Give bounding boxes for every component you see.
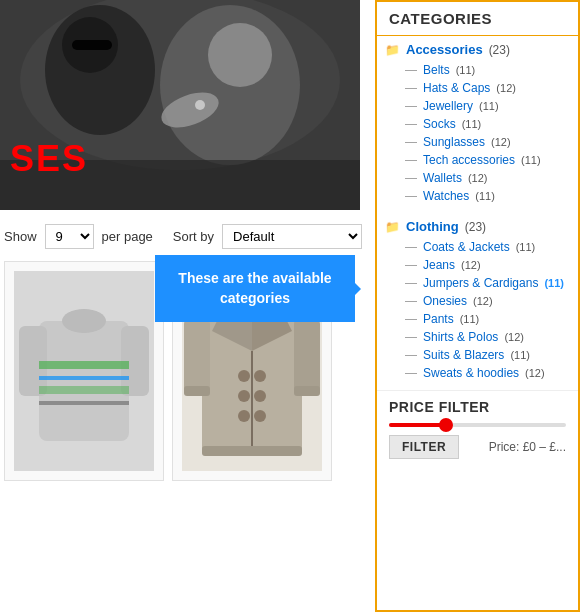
folder-icon-clothing: 📁 <box>385 220 400 234</box>
svg-rect-16 <box>39 376 129 380</box>
svg-rect-23 <box>184 316 210 396</box>
tooltip-text: These are the available categories <box>178 270 331 306</box>
svg-point-12 <box>62 309 106 333</box>
svg-rect-11 <box>39 321 129 441</box>
svg-rect-15 <box>39 361 129 369</box>
subcat-jewellery[interactable]: — Jewellery (11) <box>405 97 570 115</box>
categories-header: CATEGORIES <box>377 2 578 36</box>
subcat-shirts-polos[interactable]: — Shirts & Polos (12) <box>405 328 570 346</box>
svg-point-27 <box>238 410 250 422</box>
svg-rect-34 <box>294 386 320 396</box>
subcat-suits-blazers[interactable]: — Suits & Blazers (11) <box>405 346 570 364</box>
subcat-socks[interactable]: — Socks (11) <box>405 115 570 133</box>
accessories-count: (23) <box>489 43 510 57</box>
accessories-parent[interactable]: 📁 Accessories (23) <box>385 42 570 57</box>
filter-button[interactable]: FILTER <box>389 435 459 459</box>
price-range-text: Price: £0 – £... <box>489 440 566 454</box>
subcat-onesies[interactable]: — Onesies (12) <box>405 292 570 310</box>
per-page-select[interactable]: 9 18 27 <box>45 224 94 249</box>
svg-point-30 <box>254 410 266 422</box>
clothing-subcategories: — Coats & Jackets (11) — Jeans (12) — Ju… <box>385 238 570 382</box>
show-label: Show <box>4 229 37 244</box>
sort-label: Sort by <box>173 229 214 244</box>
clothing-parent[interactable]: 📁 Clothing (23) <box>385 219 570 234</box>
svg-point-29 <box>254 390 266 402</box>
folder-icon-accessories: 📁 <box>385 43 400 57</box>
subcat-hats[interactable]: — Hats & Caps (12) <box>405 79 570 97</box>
per-page-label: per page <box>102 229 153 244</box>
filter-row: FILTER Price: £0 – £... <box>389 435 566 459</box>
clothing-count: (23) <box>465 220 486 234</box>
subcat-jumpers-cardigans[interactable]: — Jumpers & Cardigans (11) <box>405 274 570 292</box>
svg-rect-33 <box>184 386 210 396</box>
subcat-sunglasses[interactable]: — Sunglasses (12) <box>405 133 570 151</box>
main-layout: SES These are the available categories S… <box>0 0 580 612</box>
controls-row: Show 9 18 27 per page Sort by Default Pr… <box>0 216 375 257</box>
price-slider-fill <box>389 423 442 427</box>
sort-select[interactable]: Default Price: Low to High Price: High t… <box>222 224 362 249</box>
svg-point-26 <box>238 390 250 402</box>
svg-rect-32 <box>202 446 302 456</box>
hero-ses-text: SES <box>10 138 88 180</box>
subcat-tech-accessories[interactable]: — Tech accessories (11) <box>405 151 570 169</box>
subcat-jeans[interactable]: — Jeans (12) <box>405 256 570 274</box>
price-filter-section: PRICE FILTER FILTER Price: £0 – £... <box>377 390 578 467</box>
left-content: SES These are the available categories S… <box>0 0 375 612</box>
subcat-pants[interactable]: — Pants (11) <box>405 310 570 328</box>
price-filter-title: PRICE FILTER <box>389 399 566 415</box>
sweater-image <box>14 271 154 471</box>
clothing-section: 📁 Clothing (23) — Coats & Jackets (11) —… <box>377 213 578 390</box>
svg-rect-24 <box>294 316 320 396</box>
subcat-watches[interactable]: — Watches (11) <box>405 187 570 205</box>
accessories-label[interactable]: Accessories <box>406 42 483 57</box>
tooltip-box: These are the available categories <box>155 255 355 322</box>
price-slider-track[interactable] <box>389 423 566 427</box>
subcat-wallets[interactable]: — Wallets (12) <box>405 169 570 187</box>
svg-rect-18 <box>39 401 129 405</box>
svg-point-8 <box>195 100 205 110</box>
subcat-belts[interactable]: — Belts (11) <box>405 61 570 79</box>
svg-point-6 <box>208 23 272 87</box>
svg-rect-17 <box>39 386 129 394</box>
subcat-coats-jackets[interactable]: — Coats & Jackets (11) <box>405 238 570 256</box>
svg-point-28 <box>254 370 266 382</box>
accessories-subcategories: — Belts (11) — Hats & Caps (12) — Jewell… <box>385 61 570 205</box>
clothing-label[interactable]: Clothing <box>406 219 459 234</box>
accessories-section: 📁 Accessories (23) — Belts (11) — Hats &… <box>377 36 578 213</box>
right-sidebar: CATEGORIES 📁 Accessories (23) — Belts (1… <box>375 0 580 612</box>
svg-rect-4 <box>72 40 112 50</box>
hero-image: SES <box>0 0 360 210</box>
price-slider-thumb[interactable] <box>439 418 453 432</box>
product-card-sweater[interactable] <box>4 261 164 481</box>
svg-point-25 <box>238 370 250 382</box>
subcat-sweats-hoodies[interactable]: — Sweats & hoodies (12) <box>405 364 570 382</box>
